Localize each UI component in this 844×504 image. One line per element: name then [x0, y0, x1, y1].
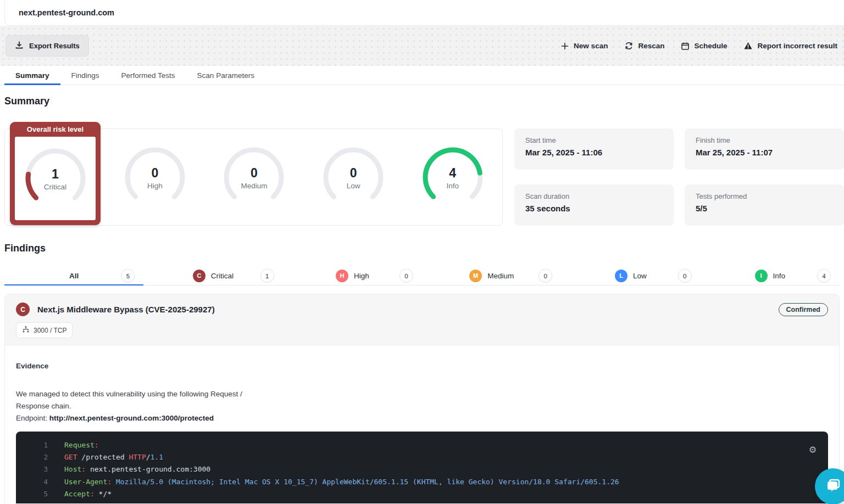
- gauge-info-value: 4: [449, 166, 456, 180]
- summary-heading: Summary: [4, 96, 840, 107]
- network-icon: [22, 326, 30, 335]
- gauge-high: 0 High: [122, 144, 188, 210]
- finding-title: Next.js Middleware Bypass (CVE-2025-2992…: [37, 305, 779, 314]
- chat-bubble-icon: [824, 476, 842, 497]
- code-line: 3Host: next.pentest-ground.com:3000: [16, 463, 828, 475]
- scan-target-card: next.pentest-ground.com: [4, 0, 844, 26]
- report-incorrect-result-button[interactable]: Report incorrect result: [743, 41, 837, 51]
- filter-tab-high[interactable]: H High 0: [283, 266, 422, 285]
- filter-tab-info[interactable]: I Info 4: [701, 266, 840, 285]
- gauge-high-label: High: [147, 182, 163, 190]
- toolbar-band: Export Results New scan Rescan: [0, 26, 844, 66]
- toolbar-actions: New scan Rescan Schedule: [560, 41, 837, 51]
- filter-count-all: 5: [121, 269, 135, 283]
- filter-tab-all[interactable]: All 5: [4, 266, 143, 285]
- stat-scan-duration: Scan duration 35 seconds: [514, 184, 674, 226]
- filter-count-info: 4: [817, 269, 831, 283]
- tab-performed-tests[interactable]: Performed Tests: [110, 66, 186, 85]
- code-line: 1Request:: [16, 439, 828, 451]
- evidence-description: We managed to detect this vulnerability …: [16, 388, 258, 412]
- new-scan-button[interactable]: New scan: [560, 42, 608, 51]
- filter-count-low: 0: [678, 269, 692, 283]
- plus-icon: [560, 42, 569, 51]
- warning-icon: [743, 41, 753, 51]
- gauge-low-label: Low: [347, 182, 360, 190]
- export-results-button[interactable]: Export Results: [5, 35, 89, 57]
- filter-tab-medium[interactable]: M Medium 0: [422, 266, 561, 285]
- gauge-low-value: 0: [350, 166, 357, 180]
- gauge-medium-value: 0: [251, 166, 258, 180]
- finding-card: C Next.js Middleware Bypass (CVE-2025-29…: [4, 294, 840, 503]
- filter-count-high: 0: [399, 269, 413, 283]
- chat-widget-button[interactable]: [815, 468, 844, 504]
- tab-summary[interactable]: Summary: [4, 66, 60, 85]
- main-tabs: Summary Findings Performed Tests Scan Pa…: [0, 66, 844, 85]
- critical-severity-icon: C: [193, 270, 206, 282]
- code-line: 4User-Agent: Mozilla/5.0 (Macintosh; Int…: [16, 475, 828, 488]
- overall-risk-inner: 1 Critical: [15, 137, 96, 220]
- gauge-critical-label: Critical: [44, 183, 66, 191]
- code-line: 2GET /protected HTTP/1.1: [16, 451, 828, 463]
- export-results-label: Export Results: [29, 42, 80, 50]
- code-line: 5Accept: */*: [16, 488, 828, 500]
- gauge-critical: 1 Critical: [23, 145, 88, 211]
- filter-count-medium: 0: [538, 269, 552, 283]
- overall-risk-box: Overall risk level 1 Critical: [10, 122, 101, 225]
- gauge-info-label: Info: [446, 182, 459, 190]
- summary-row: Overall risk level 1 Critical: [4, 128, 840, 226]
- stat-start-time: Start time Mar 25, 2025 - 11:06: [514, 128, 674, 170]
- finding-header[interactable]: C Next.js Middleware Bypass (CVE-2025-29…: [5, 294, 839, 346]
- refresh-icon: [624, 41, 634, 51]
- stat-finish-time: Finish time Mar 25, 2025 - 11:07: [685, 128, 844, 170]
- gauge-info: 4 Info: [420, 144, 486, 210]
- overall-risk-label: Overall risk level: [10, 122, 101, 137]
- medium-severity-icon: M: [469, 270, 482, 282]
- rescan-button[interactable]: Rescan: [624, 41, 664, 51]
- scan-target-title: next.pentest-ground.com: [19, 8, 114, 17]
- gauge-low: 0 Low: [320, 144, 386, 210]
- code-lines: 1Request:2GET /protected HTTP/1.13Host: …: [16, 439, 828, 500]
- evidence-heading: Evidence: [16, 362, 828, 370]
- http-request-code-block: 1Request:2GET /protected HTTP/1.13Host: …: [16, 432, 828, 503]
- gauge-medium: 0 Medium: [221, 144, 287, 210]
- severity-gauges-card: Overall risk level 1 Critical: [4, 128, 503, 226]
- gauge-medium-label: Medium: [241, 182, 267, 190]
- finding-body: Evidence We managed to detect this vulne…: [5, 346, 839, 503]
- confirmed-status-badge: Confirmed: [779, 303, 829, 316]
- filter-tab-low[interactable]: L Low 0: [561, 266, 700, 285]
- filter-count-critical: 1: [260, 269, 274, 283]
- title-bar: next.pentest-ground.com: [0, 0, 844, 26]
- gauge-high-value: 0: [151, 166, 158, 180]
- port-badge[interactable]: 3000 / TCP: [16, 322, 73, 338]
- tab-findings[interactable]: Findings: [60, 66, 110, 85]
- gauge-critical-value: 1: [52, 167, 59, 181]
- findings-heading: Findings: [4, 243, 840, 254]
- calendar-icon: [681, 42, 690, 51]
- stat-tests-performed: Tests performed 5/5: [685, 184, 844, 226]
- endpoint-url: http://next.pentest-ground.com:3000/prot…: [49, 414, 214, 422]
- gear-icon[interactable]: ⚙: [809, 444, 816, 455]
- schedule-button[interactable]: Schedule: [681, 42, 727, 51]
- evidence-endpoint: Endpoint: http://next.pentest-ground.com…: [16, 412, 828, 424]
- finding-severity-icon: C: [16, 303, 30, 316]
- filter-tab-critical[interactable]: C Critical 1: [143, 266, 282, 285]
- scan-stats-grid: Start time Mar 25, 2025 - 11:06 Finish t…: [514, 128, 844, 226]
- low-severity-icon: L: [615, 270, 628, 282]
- info-severity-icon: I: [755, 270, 768, 282]
- download-icon: [15, 41, 24, 51]
- high-severity-icon: H: [336, 270, 348, 282]
- tab-scan-parameters[interactable]: Scan Parameters: [186, 66, 265, 85]
- findings-filter-tabs: All 5 C Critical 1 H High 0 M Medium 0 L…: [4, 266, 840, 285]
- port-label: 3000 / TCP: [34, 327, 66, 334]
